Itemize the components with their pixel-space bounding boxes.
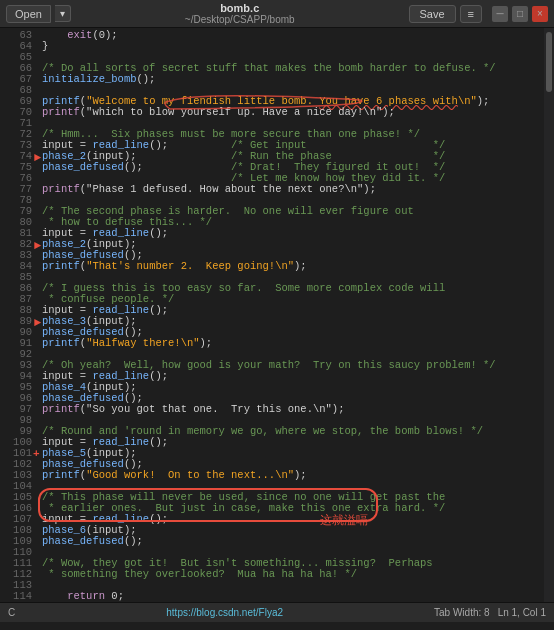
code-line: printf("That's number 2. Keep going!\n")… — [42, 261, 538, 272]
code-line: printf("which to blow yourself up. Have … — [42, 107, 538, 118]
code-area[interactable]: exit(0);} /* Do all sorts of secret stuf… — [38, 28, 544, 602]
code-line: initialize_bomb(); — [42, 74, 538, 85]
tab-width: Tab Width: 8 — [434, 607, 490, 618]
minimize-button[interactable]: ─ — [492, 6, 508, 22]
language-indicator: C — [8, 607, 15, 618]
code-line: } — [42, 41, 538, 52]
code-line: printf("Good work! On to the next...\n")… — [42, 470, 538, 481]
code-line: return 0; — [42, 591, 538, 602]
scrollbar[interactable] — [544, 28, 554, 602]
editor: 6364656667686970717273747576777879808182… — [0, 28, 554, 602]
code-line: printf("So you got that one. Try this on… — [42, 404, 538, 415]
titlebar-title: bomb.c ~/Desktop/CSAPP/bomb — [71, 2, 409, 25]
close-button[interactable]: × — [532, 6, 548, 22]
statusbar-url: https://blog.csdn.net/Flya2 — [21, 607, 428, 618]
code-line: phase_defused(); — [42, 536, 538, 547]
annotation-arrow-89: ► — [34, 316, 41, 330]
annotation-arrow-74: ► — [34, 151, 41, 165]
menu-button[interactable]: ≡ — [460, 5, 482, 23]
code-line: printf("Halfway there!\n"); — [42, 338, 538, 349]
annotation-arrow-82: ► — [34, 239, 41, 253]
statusbar-right: Tab Width: 8 Ln 1, Col 1 — [434, 607, 546, 618]
save-button[interactable]: Save — [409, 5, 456, 23]
scrollbar-thumb[interactable] — [546, 32, 552, 92]
code-line: exit(0); — [42, 30, 538, 41]
open-button[interactable]: Open — [6, 5, 51, 23]
titlebar-right: Save ≡ ─ □ × — [409, 5, 549, 23]
line-numbers: 6364656667686970717273747576777879808182… — [0, 28, 38, 602]
cursor-position: Ln 1, Col 1 — [498, 607, 546, 618]
code-line: * something they overlooked? Mua ha ha h… — [42, 569, 538, 580]
window-controls: ─ □ × — [492, 6, 548, 22]
statusbar: C https://blog.csdn.net/Flya2 Tab Width:… — [0, 602, 554, 622]
open-dropdown-button[interactable]: ▾ — [55, 5, 71, 22]
plus-marker-101: + — [33, 448, 40, 460]
maximize-button[interactable]: □ — [512, 6, 528, 22]
titlebar-left: Open ▾ — [6, 5, 71, 23]
code-line: printf("Phase 1 defused. How about the n… — [42, 184, 538, 195]
titlebar: Open ▾ bomb.c ~/Desktop/CSAPP/bomb Save … — [0, 0, 554, 28]
